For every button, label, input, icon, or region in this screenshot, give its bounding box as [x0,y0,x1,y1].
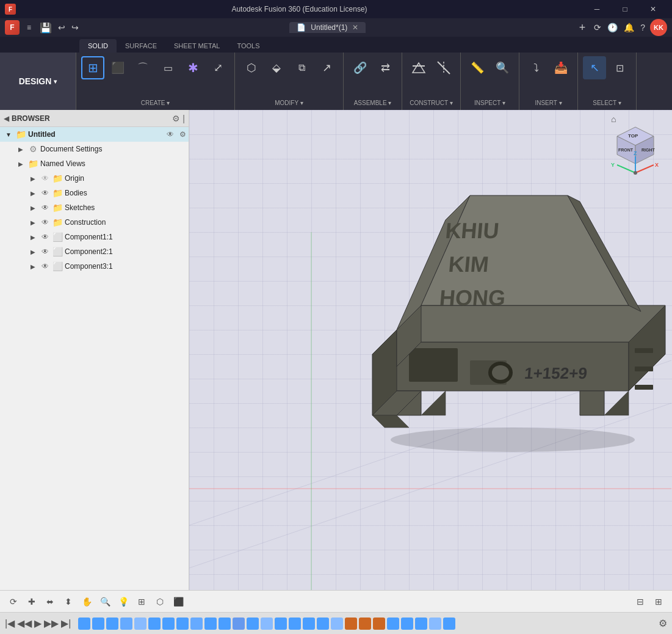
construct-label[interactable]: CONSTRUCT ▾ [410,100,452,106]
viewport[interactable]: 1+152+9 KHIU KIM HONG [189,110,672,590]
modify-icon-4[interactable]: ↗ [315,56,338,79]
select-icon-1[interactable]: ↖ [583,56,606,79]
bottom-right-icon2[interactable]: ⊞ [650,593,667,610]
close-tab-button[interactable]: ✕ [352,23,358,32]
timeline-marker-15[interactable] [275,618,287,630]
timeline-marker-4[interactable] [120,618,132,630]
new-tab-button[interactable]: + [576,20,590,35]
insert-label[interactable]: INSERT ▾ [535,100,562,106]
eye-icon-comp3[interactable]: 👁 [39,260,51,272]
timeline-marker-7[interactable] [162,618,175,630]
insert-icon-1[interactable]: ⤵ [524,56,547,79]
gear-icon-root[interactable]: ⚙ [176,128,189,140]
undo-button[interactable]: ↩ [57,21,67,34]
tree-item-bodies[interactable]: ▶ 👁 📁 Bodies [0,186,189,200]
timeline-prev-button[interactable]: ◀◀ [17,618,32,629]
grid-button[interactable]: ⊞ [133,593,150,610]
tab-sheet-metal[interactable]: SHEET METAL [165,39,228,53]
timeline-marker-18[interactable] [317,618,329,630]
timeline-marker-6[interactable] [148,618,161,630]
insert-icon-2[interactable]: 📥 [549,56,573,79]
timeline-marker-3[interactable] [106,618,118,630]
file-menu-button[interactable]: ≡ [23,22,35,33]
maximize-button[interactable]: □ [611,0,639,18]
timeline-marker-17[interactable] [303,618,315,630]
timeline-start-button[interactable]: |◀ [5,618,15,629]
assemble-icon-2[interactable]: ⇄ [374,56,397,79]
file-tab[interactable]: 📄 Untitled*(1) ✕ [289,22,366,33]
create-box-icon[interactable]: ⊞ [81,56,104,79]
tree-item-sketches[interactable]: ▶ 👁 📁 Sketches [0,200,189,215]
select-label[interactable]: SELECT ▾ [593,100,621,106]
user-avatar[interactable]: KK [650,19,667,36]
pan-tool-button[interactable]: ✋ [78,593,95,610]
timeline-marker-12[interactable] [233,618,245,630]
construct-icon-2[interactable] [432,56,455,79]
tree-item-named-views[interactable]: ▶ 📁 Named Views [0,156,189,171]
tree-item-origin[interactable]: ▶ 👁 📁 Origin [0,171,189,186]
inspect-icon-1[interactable]: 📏 [466,56,489,79]
display-button[interactable]: ⬛ [170,593,187,610]
tab-tools[interactable]: TOOLS [228,39,268,53]
timeline-marker-21[interactable] [359,618,371,630]
eye-icon-construction[interactable]: 👁 [39,216,51,228]
timeline-marker-14[interactable] [261,618,273,630]
save-button[interactable]: 💾 [38,21,53,35]
eye-icon-bodies[interactable]: 👁 [39,187,51,199]
modify-label[interactable]: MODIFY ▾ [275,100,303,106]
tab-surface[interactable]: SURFACE [117,39,165,53]
window-controls[interactable]: ─ □ ✕ [583,0,667,18]
modify-icon-1[interactable]: ⬡ [240,56,263,79]
help-button[interactable]: ? [639,21,646,34]
create-icon-6[interactable]: ⤢ [206,56,229,79]
assemble-label[interactable]: ASSEMBLE ▾ [354,100,392,106]
timeline-marker-1[interactable] [78,618,90,630]
wireframe-button[interactable]: ⬡ [151,593,168,610]
timeline-marker-22[interactable] [373,618,385,630]
tree-item-doc-settings[interactable]: ▶ ⚙ Document Settings [0,142,189,156]
timeline-marker-5[interactable] [134,618,146,630]
inspect-label[interactable]: INSPECT ▾ [474,100,505,106]
create-label[interactable]: CREATE ▾ [141,100,170,106]
redo-button[interactable]: ↪ [70,21,80,34]
browser-collapse-button[interactable]: ◀ [4,114,9,123]
timeline-marker-20[interactable] [345,618,357,630]
create-icon-2[interactable]: ⬛ [106,56,129,79]
modify-icon-3[interactable]: ⧉ [290,56,313,79]
timeline-next-button[interactable]: ▶▶ [44,618,59,629]
timeline-marker-10[interactable] [204,618,217,630]
view-cube[interactable]: ⌂ TOP FRONT RIGHT [605,115,666,176]
design-dropdown[interactable]: DESIGN ▾ [0,53,76,110]
browser-expand-icon[interactable]: | [182,114,185,123]
timeline-settings-button[interactable]: ⚙ [659,618,667,629]
timeline-marker-2[interactable] [92,618,104,630]
timeline-marker-11[interactable] [219,618,231,630]
timeline-marker-27[interactable] [443,618,455,630]
select-icon-2[interactable]: ⊡ [608,56,631,79]
create-icon-5[interactable]: ✱ [181,56,204,79]
eye-icon-sketches[interactable]: 👁 [39,202,51,214]
tree-item-component1[interactable]: ▶ 👁 ⬜ Component1:1 [0,230,189,244]
timeline-play-button[interactable]: ▶ [34,618,42,629]
timeline-marker-9[interactable] [190,618,203,630]
zoom-button[interactable]: 🔍 [96,593,114,610]
create-icon-3[interactable]: ⌒ [131,56,154,79]
timeline-marker-19[interactable] [331,618,343,630]
eye-icon-comp1[interactable]: 👁 [39,231,51,243]
look-button[interactable]: ⬍ [60,593,77,610]
move-button[interactable]: ⬌ [42,593,59,610]
create-icon-4[interactable]: ▭ [156,56,179,79]
modify-icon-2[interactable]: ⬙ [265,56,288,79]
assemble-icon-1[interactable]: 🔗 [349,56,372,79]
pan-button[interactable]: ✚ [23,593,40,610]
notifications-button[interactable]: 🔔 [623,21,635,34]
timeline-marker-24[interactable] [401,618,413,630]
timeline-marker-25[interactable] [415,618,427,630]
eye-icon-comp2[interactable]: 👁 [39,246,51,258]
eye-icon-root[interactable]: 👁 [164,128,176,140]
refresh-button[interactable]: ⟳ [593,21,602,34]
timeline-marker-26[interactable] [429,618,441,630]
close-button[interactable]: ✕ [639,0,667,18]
minimize-button[interactable]: ─ [583,0,611,18]
eye-icon-origin[interactable]: 👁 [39,172,51,184]
